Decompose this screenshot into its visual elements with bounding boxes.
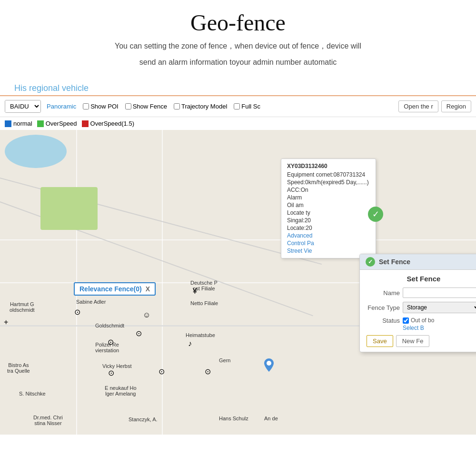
info-id: XY03D3132460 (287, 163, 370, 169)
save-button[interactable]: Save (367, 335, 393, 347)
status-options: Out of bo Select B (403, 317, 434, 331)
map-icon-2: ☺ (143, 311, 150, 319)
map-container[interactable]: Hartmut Goldschmidt Sabine Adler Goldsch… (0, 130, 476, 435)
map-icon-9: ⊙ (159, 367, 165, 376)
set-fence-body-title: Set Fence (367, 275, 476, 283)
set-fence-body: Set Fence Name Fence Type Storage Circle… (360, 270, 476, 352)
show-poi-checkbox[interactable] (83, 103, 89, 109)
info-equipment: Equipment cornet:0870731324 (287, 171, 370, 178)
toolbar-right: Open the r Region (398, 100, 471, 112)
water-area (5, 135, 67, 168)
map-icon-7: + (4, 318, 8, 327)
fence-type-label: Fence Type (367, 304, 400, 311)
map-pin (264, 358, 274, 372)
show-poi-label: Show POI (90, 103, 119, 110)
legend-overspeed15-label: OverSpeed(1.5) (90, 120, 135, 127)
legend-overspeed15-color (82, 120, 89, 127)
svg-point-0 (267, 361, 271, 366)
open-region-button[interactable]: Open the r (398, 100, 438, 112)
trajectory-model-option[interactable]: Trajectory Model (174, 103, 227, 110)
place-hanschulz: Hans Schulz (219, 416, 248, 421)
page-header: Geo-fence You can setting the zone of fe… (0, 0, 476, 73)
place-gern: Gern (219, 357, 230, 363)
status-outofbo-label: Out of bo (411, 317, 434, 324)
page-description-line1: You can setting the zone of fence，when d… (5, 40, 471, 52)
place-vicky: Vicky Herbst (102, 363, 132, 369)
fence-type-select[interactable]: Storage Circle Polygon (403, 302, 476, 313)
map-icon-8: ⊙ (108, 368, 114, 377)
new-fe-button[interactable]: New Fe (396, 335, 430, 347)
legend-overspeed-color (37, 120, 44, 127)
place-ande: An de (264, 416, 278, 421)
select-b-link[interactable]: Select B (403, 325, 434, 331)
status-outofbo: Out of bo (403, 317, 434, 324)
set-fence-title-bar: ✓ Set Fence (360, 254, 476, 270)
place-eneukauf: E neukauf Holger Amelang (105, 385, 137, 397)
trajectory-model-checkbox[interactable] (174, 103, 180, 109)
info-alarm: Alarm (287, 194, 370, 201)
full-screen-checkbox[interactable] (234, 103, 240, 109)
map-icon-5: ♪ (188, 339, 192, 348)
place-nitschke: S. Nitschke (19, 391, 46, 397)
legend-bar: normal OverSpeed OverSpeed(1.5) (0, 117, 476, 130)
map-icon-6: ¥ (193, 287, 197, 296)
toolbar-options: Panoramic Show POI Show Fence Trajectory… (47, 103, 260, 110)
legend-normal-label: normal (13, 120, 32, 127)
info-singal: Singal:20 (287, 217, 370, 224)
place-stanczyk: Stanczyk, A. (129, 416, 158, 422)
page-description-line2: send an alarm information toyour admin n… (5, 57, 471, 68)
legend-normal-color (5, 120, 11, 127)
name-input[interactable] (403, 288, 476, 298)
place-netto: Netto Filiale (190, 300, 218, 306)
map-icon-1: ⊙ (74, 307, 80, 317)
set-fence-green-dot: ✓ (366, 257, 375, 267)
region-button[interactable]: Region (441, 100, 471, 112)
trajectory-model-label: Trajectory Model (181, 103, 227, 110)
show-poi-option[interactable]: Show POI (83, 103, 119, 110)
place-drmed: Dr.med. Christina Nisser (33, 415, 63, 426)
show-fence-label: Show Fence (133, 103, 167, 110)
legend-overspeed-label: OverSpeed (46, 120, 77, 127)
info-speed: Speed:0km/h(expired5 Day,......) (287, 179, 370, 186)
status-label: Status (367, 317, 400, 324)
tab-regional-vehicle[interactable]: His regional vehicle (10, 81, 93, 95)
full-screen-option[interactable]: Full Sc (234, 103, 260, 110)
info-locate: Locate:20 (287, 225, 370, 231)
legend-overspeed15: OverSpeed(1.5) (82, 120, 135, 127)
show-fence-option[interactable]: Show Fence (125, 103, 167, 110)
toolbar: BAIDU Google Panoramic Show POI Show Fen… (0, 96, 476, 117)
map-icon-3: ⊙ (136, 329, 142, 338)
info-acc: ACC:On (287, 187, 370, 193)
fence-popup-label: Relevance Fence(0) (79, 285, 142, 293)
place-hartmut: Hartmut Goldschmidt (10, 301, 35, 313)
show-fence-checkbox[interactable] (125, 103, 131, 109)
place-goldschmidt: Goldschmidt (95, 323, 124, 328)
info-link-street[interactable]: Street Vie (287, 248, 370, 254)
map-type-selector[interactable]: BAIDU Google (5, 100, 41, 113)
place-sabine: Sabine Adler (76, 299, 106, 305)
fence-popup: Relevance Fence(0) X (74, 282, 156, 296)
footer-buttons: Save New Fe (367, 335, 476, 347)
set-fence-dialog: ✓ Set Fence Set Fence Name Fence Type St… (359, 254, 476, 352)
place-bistro: Bistro Astra Quelle (7, 362, 30, 374)
page-title: Geo-fence (5, 10, 471, 36)
park-area (40, 187, 98, 230)
map-icon-4: ⊙ (108, 337, 114, 347)
status-outofbo-checkbox[interactable] (403, 317, 409, 324)
legend-overspeed: OverSpeed (37, 120, 77, 127)
legend-normal: normal (5, 120, 32, 127)
name-label: Name (367, 289, 400, 297)
info-link-advanced[interactable]: Advanced (287, 232, 370, 239)
full-screen-label: Full Sc (241, 103, 260, 110)
info-locate-type: Locate ty (287, 209, 370, 216)
fence-popup-close[interactable]: X (146, 285, 150, 293)
map-type-dropdown[interactable]: BAIDU Google (5, 100, 40, 112)
info-green-icon (368, 207, 383, 222)
set-fence-title-label: Set Fence (379, 258, 410, 266)
info-link-control[interactable]: Control Pa (287, 240, 370, 247)
road-horizontal-1 (0, 239, 476, 240)
name-row: Name (367, 288, 476, 298)
place-heimatstube: Heimatstube (186, 332, 215, 338)
info-card: XY03D3132460 Equipment cornet:0870731324… (281, 159, 376, 258)
panoramic-link[interactable]: Panoramic (47, 103, 76, 110)
